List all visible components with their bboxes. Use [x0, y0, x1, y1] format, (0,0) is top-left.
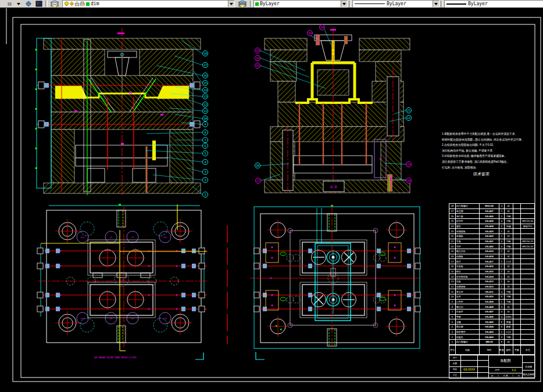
- table-cell: 20钢: [505, 224, 513, 229]
- linetype-combo-arrow[interactable]: [433, 1, 439, 7]
- table-cell: Cr12: [505, 259, 513, 264]
- table-cell: T8A: [505, 335, 513, 340]
- current-color-swatch: [255, 2, 259, 6]
- table-cell: [513, 224, 521, 229]
- table-cell: GS-A13: [480, 279, 499, 285]
- flyout-arrow[interactable]: [15, 0, 23, 8]
- table-cell: 12: [449, 285, 456, 290]
- table-cell: [521, 325, 534, 330]
- color-control-combo[interactable]: ByLayer: [253, 0, 348, 8]
- lineweight-control-combo[interactable]: ByLayer: [444, 0, 543, 8]
- table-row: 25斜导柱GS-A254T8AHRC55-60: [449, 219, 534, 224]
- table-cell: 17: [449, 259, 456, 264]
- signature-date: [478, 355, 488, 360]
- table-cell: 45: [505, 234, 513, 239]
- layer-control-combo[interactable]: dim: [62, 0, 235, 8]
- table-cell: 型腔镶件: [456, 330, 480, 335]
- table-cell: 45: [505, 269, 513, 275]
- parts-list: 28内六角螺钉M10×9044527定位圈GS-A2714526浇口套GS-A2…: [449, 203, 535, 355]
- table-cell: 18: [449, 254, 456, 260]
- technical-notes: 1.装配前检查各零件尺寸及配合精度,逐一去毛刺并清洗干净,组装时配合面涂抹润滑脂…: [442, 131, 534, 177]
- toolbar-separator: [349, 1, 351, 7]
- table-cell: GS-A04: [480, 325, 499, 330]
- table-cell: 1: [499, 254, 505, 260]
- toolbar: dim ByLayer ByLayer ByLayer: [0, 0, 543, 8]
- signature-row: 绘图: [449, 361, 488, 366]
- table-cell: 楔紧块: [456, 335, 480, 340]
- table-cell: GS-A24: [480, 224, 499, 229]
- toolbar-separator: [250, 1, 252, 7]
- sheet-num: 1: [498, 375, 499, 377]
- layer-combo-arrow[interactable]: [228, 1, 234, 7]
- table-row: 4密封圈GS-A048橡胶: [449, 325, 534, 330]
- table-row: 5水嘴GS-A058黄铜: [449, 319, 534, 325]
- render-icon: [35, 1, 42, 7]
- table-row: 2楔紧块GS-A024T8A: [449, 335, 534, 340]
- signature-row: 设计: [449, 355, 488, 361]
- table-cell: 21: [449, 239, 456, 244]
- lineweight-sample: [446, 3, 466, 5]
- table-cell: T8A: [505, 294, 513, 300]
- gear-icon: [25, 1, 32, 7]
- table-cell: [521, 274, 534, 279]
- table-cell: 4: [499, 204, 505, 209]
- linetype-sample: [355, 3, 385, 4]
- table-cell: 1: [499, 229, 505, 234]
- chevron-down-icon: [17, 3, 20, 5]
- table-cell: GS-A20: [480, 244, 499, 249]
- table-cell: GS-A09: [480, 300, 499, 305]
- svg-text:11: 11: [203, 109, 207, 113]
- table-cell: [521, 289, 534, 294]
- layer-properties-button[interactable]: [49, 0, 60, 8]
- table-cell: 限位钉: [456, 304, 480, 310]
- table-cell: 水嘴: [456, 319, 480, 325]
- table-cell: [513, 269, 521, 275]
- table-cell: 内六角螺钉: [456, 204, 480, 209]
- table-cell: [521, 259, 534, 264]
- table-cell: [521, 315, 534, 320]
- table-cell: GS-A14: [480, 274, 499, 279]
- drawing-canvas[interactable]: 181716151413121110987654321 SPK.O1920232…: [0, 8, 543, 392]
- svg-text:27: 27: [256, 179, 260, 182]
- table-cell: 45: [505, 204, 513, 209]
- blank-cell: [523, 355, 534, 363]
- title-block-middle: 装配图 比例 1:1 共 1 张 第 1 张: [489, 355, 523, 378]
- table-cell: GS-A11: [480, 289, 499, 294]
- table-cell: [513, 239, 521, 244]
- linetype-control-combo[interactable]: ByLayer: [352, 0, 440, 8]
- table-cell: [513, 279, 521, 285]
- table-row: 24滑块GS-A24420钢渗碳淬火: [449, 224, 534, 229]
- signature-value: [461, 355, 478, 360]
- color-combo-arrow[interactable]: [341, 1, 347, 7]
- render-settings-button[interactable]: [24, 0, 33, 8]
- layers-icon: [51, 1, 59, 7]
- table-cell: 7: [449, 310, 456, 315]
- table-cell: GS-A02: [480, 335, 499, 340]
- table-row: 3型腔镶件GS-A032Cr12: [449, 330, 534, 335]
- signature-date: [478, 373, 488, 378]
- svg-text:SP: SP: [110, 236, 112, 239]
- table-row: 12动模座板GS-A12145: [449, 285, 534, 290]
- table-cell: 动模座板: [456, 285, 480, 290]
- table-cell: 45: [505, 254, 513, 260]
- current-lineweight-value: ByLayer: [468, 1, 488, 6]
- table-cell: 28: [449, 204, 456, 209]
- table-cell: 推杆: [456, 294, 480, 300]
- table-cell: 1: [499, 300, 505, 305]
- render-button[interactable]: [34, 0, 44, 8]
- svg-text:22: 22: [256, 56, 259, 60]
- svg-text:14: 14: [203, 88, 207, 92]
- lock-icon: [74, 1, 80, 6]
- table-cell: 渗碳淬火: [521, 224, 534, 229]
- layer-states-button[interactable]: [237, 0, 248, 8]
- table-cell: [521, 310, 534, 315]
- table-cell: [513, 319, 521, 325]
- table-cell: 4: [499, 219, 505, 224]
- notes-heading: 技术要求: [458, 171, 505, 177]
- table-cell: 45: [505, 274, 513, 279]
- table-cell: 4: [499, 315, 505, 320]
- table-cell: 45: [505, 304, 513, 310]
- scale-row: 比例 1:1: [489, 368, 522, 373]
- table-cell: GS-A25: [480, 219, 499, 224]
- svg-text:EGP: EGP: [163, 318, 167, 320]
